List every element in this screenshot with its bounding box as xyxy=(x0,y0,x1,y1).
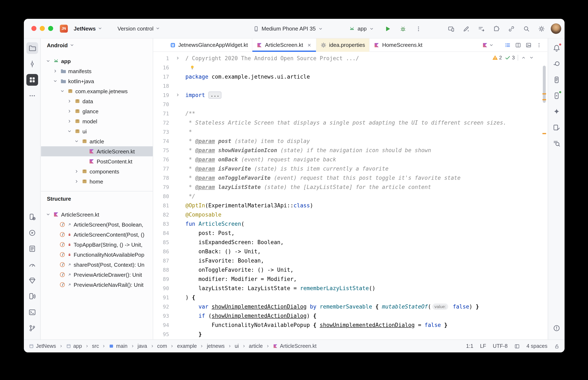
logcat-button[interactable] xyxy=(26,243,38,255)
structure-item[interactable]: fPreviewArticleNavRail(): Unit xyxy=(41,280,153,290)
run-tool-button[interactable] xyxy=(26,227,38,239)
gradle-button[interactable] xyxy=(550,58,562,70)
split-editor-icon[interactable] xyxy=(515,42,521,48)
chevron-down-icon[interactable] xyxy=(52,79,58,84)
editor-tab[interactable]: idea.properties xyxy=(316,38,369,52)
zoom-window-button[interactable] xyxy=(48,26,53,31)
run-button[interactable] xyxy=(382,23,393,34)
indent-size[interactable]: 4 spaces xyxy=(527,343,547,349)
chevron-down-icon[interactable] xyxy=(60,89,65,94)
avatar[interactable] xyxy=(551,23,561,34)
minimize-window-button[interactable] xyxy=(40,26,45,31)
plugins-button[interactable] xyxy=(490,23,502,34)
indent-widget[interactable] xyxy=(514,343,520,349)
close-icon[interactable] xyxy=(307,42,312,47)
chevron-right-icon[interactable] xyxy=(66,119,72,124)
error-stripe-mark[interactable] xyxy=(542,133,546,134)
commit-button[interactable] xyxy=(26,58,38,70)
next-problem-button[interactable] xyxy=(529,55,534,60)
structure-item[interactable]: fTopAppBar(String, () -> Unit, xyxy=(41,240,153,249)
tree-item[interactable]: ui xyxy=(41,126,153,136)
previous-problem-button[interactable] xyxy=(521,55,526,60)
file-encoding[interactable]: UTF-8 xyxy=(493,343,508,349)
tree-item[interactable]: com.example.jetnews xyxy=(41,86,153,96)
breadcrumb-item[interactable]: JetNews xyxy=(29,343,56,349)
device-manager-button[interactable] xyxy=(26,211,38,223)
breadcrumb-item[interactable]: app xyxy=(66,343,82,349)
project-folder-button[interactable] xyxy=(26,42,38,54)
chevron-right-icon[interactable] xyxy=(52,69,58,74)
caret-position[interactable]: 1:1 xyxy=(466,343,473,349)
structure-item[interactable]: fArticleScreenContent(Post, () xyxy=(41,229,153,240)
close-window-button[interactable] xyxy=(31,26,36,31)
breadcrumb-item[interactable]: java xyxy=(138,343,147,349)
tree-item[interactable]: data xyxy=(41,96,153,106)
chevron-right-icon[interactable] xyxy=(66,109,72,114)
tree-item[interactable]: components xyxy=(41,166,153,176)
preview-image-icon[interactable] xyxy=(526,42,531,48)
ai-pen-button[interactable] xyxy=(460,23,472,34)
editor-scrollbar[interactable] xyxy=(543,66,546,103)
editor-tab[interactable]: HomeScreens.kt xyxy=(369,38,427,52)
fold-toggle[interactable] xyxy=(172,91,185,100)
breadcrumb-item[interactable]: example xyxy=(177,343,197,349)
kebab-icon[interactable] xyxy=(536,42,542,48)
error-stripe-mark[interactable] xyxy=(542,99,546,100)
folded-imports[interactable]: ... xyxy=(208,92,222,99)
device-mirroring-button[interactable] xyxy=(445,23,457,34)
git-branch-button[interactable] xyxy=(26,322,38,334)
structure-item[interactable]: fsharePost(Post, Context): Un xyxy=(41,260,153,270)
layout-editor-button[interactable] xyxy=(550,122,562,133)
chevron-right-icon[interactable] xyxy=(74,169,80,174)
hidden-tabs-dropdown[interactable] xyxy=(482,42,494,48)
problems-button[interactable] xyxy=(550,322,562,334)
structure-item[interactable]: fPreviewArticleDrawer(): Unit xyxy=(41,270,153,280)
breadcrumb-item[interactable]: jetnews xyxy=(207,343,225,349)
notifications-button[interactable] xyxy=(550,42,562,54)
tree-item[interactable]: PostContent.kt xyxy=(41,156,153,166)
warnings-indicator[interactable]: 2 xyxy=(492,55,502,61)
chevron-right-icon[interactable] xyxy=(66,99,72,104)
chevron-down-icon[interactable] xyxy=(45,58,51,64)
chevron-down-icon[interactable] xyxy=(74,139,80,144)
inspection-widget[interactable]: 2 3 xyxy=(489,54,537,61)
code-editor[interactable]: 1/ Copyright 2020 The Android Open Sourc… xyxy=(153,52,547,340)
tree-item[interactable]: kotlin+java xyxy=(41,76,153,86)
breadcrumb-item[interactable]: article xyxy=(249,343,263,349)
intention-bulb-icon[interactable] xyxy=(190,65,195,70)
tree-item[interactable]: glance xyxy=(41,106,153,116)
settings-button[interactable] xyxy=(536,23,547,34)
line-separator[interactable]: LF xyxy=(480,343,486,349)
passed-indicator[interactable]: 3 xyxy=(505,55,515,61)
device-streaming-button[interactable] xyxy=(26,290,38,302)
editor-tab[interactable]: ArticleScreen.kt xyxy=(252,38,316,52)
chevron-down-icon[interactable] xyxy=(45,212,51,217)
structure-item[interactable]: fArticleScreen(Post, Boolean, xyxy=(41,219,153,229)
chevron-down-icon[interactable] xyxy=(66,129,72,134)
breadcrumb-item[interactable]: ui xyxy=(235,343,239,349)
breadcrumb-item[interactable]: ArticleScreen.kt xyxy=(273,343,317,349)
tree-item[interactable]: home xyxy=(41,176,153,187)
app-insights-button[interactable] xyxy=(26,275,38,286)
breadcrumb-item[interactable]: com xyxy=(157,343,167,349)
gemini-button[interactable] xyxy=(550,106,562,117)
tree-item[interactable]: model xyxy=(41,116,153,126)
more-button[interactable] xyxy=(26,90,38,102)
resource-grid-button[interactable] xyxy=(26,74,38,86)
breadcrumb-item[interactable]: main xyxy=(109,343,127,349)
structure-item[interactable]: fFunctionalityNotAvailablePop xyxy=(41,249,153,260)
tree-item[interactable]: article xyxy=(41,136,153,146)
tree-item[interactable]: manifests xyxy=(41,66,153,76)
more-run-actions-button[interactable] xyxy=(413,23,424,34)
debug-button[interactable] xyxy=(397,23,408,34)
run-configuration[interactable]: app xyxy=(346,24,378,33)
tree-item[interactable]: app xyxy=(41,56,153,66)
tree-item[interactable]: ArticleScreen.kt xyxy=(41,146,153,156)
running-devices-button[interactable] xyxy=(550,90,562,102)
device-explorer-button[interactable] xyxy=(550,74,562,86)
project-menu-button[interactable]: JetNews xyxy=(71,24,105,33)
editor-tab[interactable]: JetnewsGlanceAppWidget.kt xyxy=(166,38,252,52)
task-list-button[interactable] xyxy=(475,23,487,34)
structure-root[interactable]: ArticleScreen.kt xyxy=(41,209,153,219)
write-access-toggle[interactable] xyxy=(554,343,560,349)
